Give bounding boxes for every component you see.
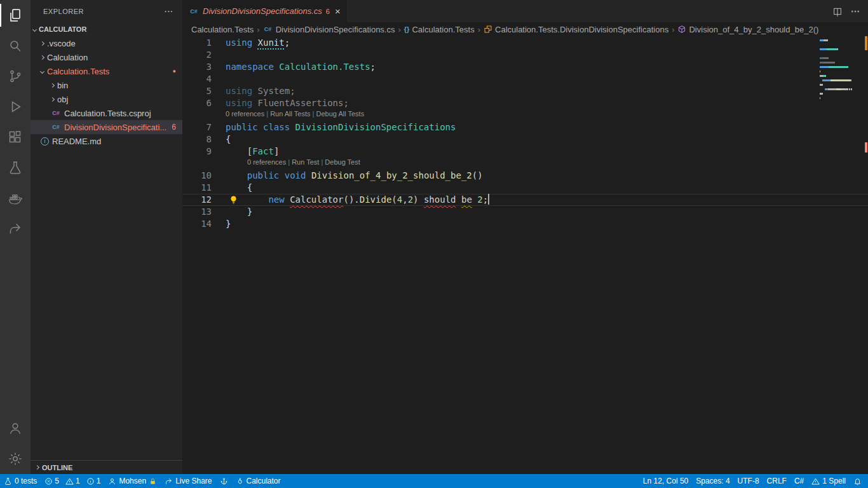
chevron-down-icon <box>32 27 37 31</box>
status-label: C# <box>794 477 804 485</box>
tree-item-vscode[interactable]: .vscode <box>31 36 182 50</box>
status-live-share[interactable]: Live Share <box>161 474 215 488</box>
breadcrumb-item-divisiondivisionspecifications-cs[interactable]: C#DivisionDivisionSpecifications.cs <box>263 25 395 34</box>
code-editor[interactable]: 1using Xunit;23namespace Calculation.Tes… <box>182 36 868 474</box>
status-indentation[interactable]: Spaces: 4 <box>692 474 733 488</box>
status-spell-checker[interactable]: 1 Spell <box>808 474 850 488</box>
gear-icon <box>8 451 23 466</box>
code-token: using <box>226 86 258 96</box>
beaker-icon <box>8 160 23 175</box>
status-count-label: 1 <box>97 477 101 485</box>
line-number: 8 <box>182 133 212 146</box>
code-line-6: 6using FluentAssertions; <box>182 97 868 109</box>
breadcrumb-label: DivisionDivisionSpecifications.cs <box>276 25 395 34</box>
breadcrumb-separator: › <box>257 25 259 34</box>
code-token: public class <box>226 122 295 132</box>
line-number: 7 <box>182 121 212 133</box>
tree-item-calculation-tests-csproj[interactable]: C#Calculation.Tests.csproj <box>31 106 182 120</box>
breadcrumb-item-calculation-tests[interactable]: {}Calculation.Tests <box>404 25 475 34</box>
minimap[interactable] <box>820 39 859 102</box>
status-tests[interactable]: 0 tests <box>0 474 41 488</box>
codelens-debug-test[interactable]: Debug Test <box>325 158 360 166</box>
code-line-13: 13 } <box>182 206 868 218</box>
tree-item-obj[interactable]: obj <box>31 92 182 106</box>
codelens-0-references[interactable]: 0 references <box>226 110 264 118</box>
minimap-line <box>820 48 859 50</box>
breadcrumb-item-calculation-tests-divisiondivisionspecifications[interactable]: Calculation.Tests.DivisionDivisionSpecif… <box>484 25 668 34</box>
tree-item-readme-md[interactable]: iREADME.md <box>31 134 182 148</box>
breadcrumb-item-calculation-tests[interactable]: Calculation.Tests <box>191 25 254 34</box>
chevron-right-icon <box>50 97 55 101</box>
liveshare-icon <box>8 221 23 236</box>
status-account[interactable]: Mohsen <box>104 474 161 488</box>
line-number: 10 <box>182 170 212 182</box>
activity-search[interactable] <box>0 30 31 61</box>
breadcrumb: Calculation.Tests›C#DivisionDivisionSpec… <box>182 22 868 36</box>
activity-settings[interactable] <box>0 444 31 474</box>
code-line-11: 11 { <box>182 182 868 194</box>
codelens-run-test[interactable]: Run Test <box>292 158 319 166</box>
code-line-14: 14} <box>182 218 868 230</box>
breadcrumb-label: Calculation.Tests <box>412 25 474 34</box>
tree-item-bin[interactable]: bin <box>31 78 182 92</box>
activity-accounts[interactable] <box>0 413 31 444</box>
activity-source-control[interactable] <box>0 61 31 92</box>
line-number: 13 <box>182 206 212 218</box>
close-icon[interactable]: × <box>335 6 341 17</box>
code-token: Division_of_4_by_2_should_be_2 <box>311 170 472 180</box>
status-language-mode[interactable]: C# <box>790 474 808 488</box>
status-eol[interactable]: CRLF <box>763 474 790 488</box>
extensions-icon <box>8 130 23 145</box>
activity-explorer[interactable] <box>0 0 31 30</box>
minimap-line <box>820 39 859 41</box>
code-token: [ <box>226 146 252 156</box>
split-editor-icon[interactable] <box>832 6 843 17</box>
status-count-label: 5 <box>55 477 59 485</box>
tree-item-label: .vscode <box>47 39 76 48</box>
tree-item-divisiondivisionspecificati[interactable]: C#DivisionDivisionSpecificati...6 <box>31 120 182 134</box>
activity-docker[interactable] <box>0 183 31 214</box>
sidebar-explorer: EXPLORER ··· CALCULATOR .vscodeCalculati… <box>31 0 182 474</box>
codelens-debug-all-tests[interactable]: Debug All Tests <box>316 110 365 118</box>
chevron-right-icon <box>35 465 39 470</box>
status-count-label: 1 <box>76 477 80 485</box>
status-problems[interactable]: 511 <box>41 474 104 488</box>
editor-actions <box>832 0 868 22</box>
code-line-7: 7public class DivisionDivisionSpecificat… <box>182 121 868 133</box>
status-notifications[interactable] <box>850 474 865 488</box>
breadcrumb-item-division-of-4-by-2-should-be-2[interactable]: Division_of_4_by_2_should_be_2() <box>677 25 818 34</box>
activity-testing[interactable] <box>0 152 31 183</box>
code-token: ; <box>370 62 376 72</box>
cs-file-icon: C# <box>51 124 61 130</box>
line-content: namespace Calculation.Tests; <box>226 61 376 73</box>
tree-item-calculation[interactable]: Calculation <box>31 50 182 64</box>
activity-extensions[interactable] <box>0 122 31 152</box>
codelens-0-references[interactable]: 0 references <box>247 158 286 166</box>
activity-run-and-debug[interactable] <box>0 92 31 122</box>
code-line-3: 3namespace Calculation.Tests; <box>182 61 868 73</box>
editor-more-actions-icon[interactable] <box>850 6 860 17</box>
codelens-run-all-tests[interactable]: Run All Tests <box>270 110 310 118</box>
code-token: ; <box>285 37 290 48</box>
line-content: { <box>226 133 231 146</box>
status-label: Mohsen <box>119 477 146 485</box>
tree-item-calculation-tests[interactable]: Calculation.Tests● <box>31 64 182 78</box>
status-project[interactable]: Calculator <box>232 474 285 488</box>
minimap-line <box>820 84 859 86</box>
status-cursor-position[interactable]: Ln 12, Col 50 <box>639 474 692 488</box>
section-label: CALCULATOR <box>39 25 86 33</box>
chevron-right-icon <box>40 55 44 59</box>
status-encoding[interactable]: UTF-8 <box>734 474 763 488</box>
section-calculator[interactable]: CALCULATOR <box>31 22 182 36</box>
activity-live-share[interactable] <box>0 214 31 244</box>
code-token: System; <box>258 86 295 96</box>
code-token: be <box>461 194 472 205</box>
status-anchor[interactable] <box>216 474 232 488</box>
breadcrumb-separator: › <box>398 25 400 34</box>
codelens-separator: | <box>286 158 292 166</box>
code-token: 4 <box>397 194 402 205</box>
code-token: public void <box>247 170 311 180</box>
outline-section[interactable]: OUTLINE <box>31 460 182 474</box>
tab-divisiondivisionspecifications-cs[interactable]: C# DivisionDivisionSpecifications.cs 6 × <box>182 0 347 22</box>
explorer-more-actions-icon[interactable]: ··· <box>165 8 173 15</box>
